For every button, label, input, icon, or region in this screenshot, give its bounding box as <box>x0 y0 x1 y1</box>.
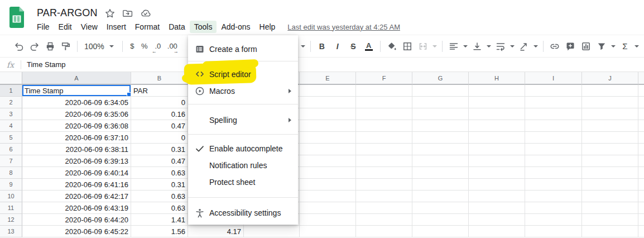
cell-D13[interactable] <box>244 226 300 237</box>
paint-format-icon[interactable] <box>59 40 73 53</box>
cell-K4[interactable] <box>638 120 644 132</box>
row-header-12[interactable]: 12 <box>0 214 22 226</box>
column-header-E[interactable]: E <box>300 72 356 85</box>
cell-K10[interactable] <box>638 191 644 202</box>
cell-A4[interactable]: 2020-06-09 6:36:08 <box>22 120 131 132</box>
cell-B1[interactable]: PAR <box>131 85 188 97</box>
print-icon[interactable] <box>44 40 57 53</box>
cell-G12[interactable] <box>412 214 469 226</box>
menu-item-macros[interactable]: Macros <box>188 83 298 99</box>
cell-A5[interactable]: 2020-06-09 6:37:10 <box>22 132 131 144</box>
cell-J8[interactable] <box>582 167 638 179</box>
cell-J5[interactable] <box>582 132 638 144</box>
row-header-9[interactable]: 9 <box>0 179 22 191</box>
zoom-select[interactable]: 100% <box>84 42 116 51</box>
cell-F6[interactable] <box>356 144 412 155</box>
cell-A13[interactable]: 2020-06-09 6:45:22 <box>22 226 131 237</box>
cell-K9[interactable] <box>638 179 644 191</box>
cell-E5[interactable] <box>300 132 356 144</box>
cell-F13[interactable] <box>356 226 412 237</box>
menubar-item-help[interactable]: Help <box>255 21 280 33</box>
star-icon[interactable] <box>104 8 116 19</box>
cell-B13[interactable]: 1.56 <box>131 226 188 237</box>
cell-G1[interactable] <box>412 85 469 97</box>
cell-I9[interactable] <box>525 179 582 191</box>
insert-link-icon[interactable] <box>548 40 561 53</box>
document-title[interactable]: PAR-ARGON <box>37 7 98 19</box>
cell-I11[interactable] <box>525 202 582 214</box>
redo-icon[interactable] <box>28 40 41 53</box>
cell-A1[interactable]: Time Stamp <box>22 85 131 97</box>
cell-E8[interactable] <box>300 167 356 179</box>
cell-H8[interactable] <box>469 167 525 179</box>
move-folder-icon[interactable] <box>122 8 133 19</box>
cell-A6[interactable]: 2020-06-09 6:38:11 <box>22 144 131 155</box>
cell-H11[interactable] <box>469 202 525 214</box>
cell-A8[interactable]: 2020-06-09 6:40:14 <box>22 167 131 179</box>
cell-E10[interactable] <box>300 191 356 202</box>
menu-item-script-editor[interactable]: Script editor <box>188 66 298 83</box>
cell-J3[interactable] <box>582 108 638 120</box>
cell-B3[interactable]: 0.16 <box>131 108 188 120</box>
undo-icon[interactable] <box>12 40 26 53</box>
valign-chevron-icon[interactable] <box>487 45 491 47</box>
row-header-5[interactable]: 5 <box>0 132 22 144</box>
column-header-H[interactable]: H <box>469 72 525 85</box>
column-header-A[interactable]: A <box>22 72 131 85</box>
cell-A3[interactable]: 2020-06-09 6:35:06 <box>22 108 131 120</box>
cell-A10[interactable]: 2020-06-09 6:42:17 <box>22 191 131 202</box>
cell-J12[interactable] <box>582 214 638 226</box>
cell-E12[interactable] <box>300 214 356 226</box>
cell-E13[interactable] <box>300 226 356 237</box>
cell-J7[interactable] <box>582 155 638 167</box>
cell-I10[interactable] <box>525 191 582 202</box>
bold-button[interactable]: B <box>315 40 329 53</box>
cell-K7[interactable] <box>638 155 644 167</box>
cell-G3[interactable] <box>412 108 469 120</box>
menubar-item-data[interactable]: Data <box>164 21 190 33</box>
cell-I8[interactable] <box>525 167 582 179</box>
cell-B7[interactable]: 0.47 <box>131 155 188 167</box>
text-rotation-icon[interactable] <box>517 40 531 53</box>
cell-F12[interactable] <box>356 214 412 226</box>
cell-E4[interactable] <box>300 120 356 132</box>
cell-G8[interactable] <box>412 167 469 179</box>
cell-J1[interactable] <box>582 85 638 97</box>
column-header-F[interactable]: F <box>356 72 412 85</box>
menu-item-create-a-form[interactable]: Create a form <box>188 41 298 58</box>
cell-H2[interactable] <box>469 97 525 108</box>
menu-item-notification-rules[interactable]: Notification rules <box>188 157 298 174</box>
cell-K2[interactable] <box>638 97 644 108</box>
cell-K6[interactable] <box>638 144 644 155</box>
last-edit-link[interactable]: Last edit was yesterday at 4:25 AM <box>287 23 400 31</box>
cell-F2[interactable] <box>356 97 412 108</box>
menu-item-spelling[interactable]: Spelling <box>188 112 298 128</box>
cell-B11[interactable]: 0.63 <box>131 202 188 214</box>
vertical-align-icon[interactable] <box>470 40 484 53</box>
cell-G13[interactable] <box>412 226 469 237</box>
strikethrough-button[interactable]: S <box>347 40 360 53</box>
cell-G6[interactable] <box>412 144 469 155</box>
cell-B8[interactable]: 0.63 <box>131 167 188 179</box>
select-all-corner[interactable] <box>0 72 22 85</box>
cell-B5[interactable]: 0 <box>131 132 188 144</box>
row-header-8[interactable]: 8 <box>0 167 22 179</box>
functions-chevron-icon[interactable] <box>635 45 639 47</box>
cell-F1[interactable] <box>356 85 412 97</box>
cell-A9[interactable]: 2020-06-09 6:41:16 <box>22 179 131 191</box>
cell-H13[interactable] <box>469 226 525 237</box>
filter-icon[interactable] <box>595 40 608 53</box>
font-size-chevron-icon[interactable] <box>301 45 305 47</box>
functions-button[interactable]: Σ <box>618 40 632 53</box>
row-header-4[interactable]: 4 <box>0 120 22 132</box>
cell-F11[interactable] <box>356 202 412 214</box>
cell-E3[interactable] <box>300 108 356 120</box>
row-header-13[interactable]: 13 <box>0 226 22 237</box>
cloud-saved-icon[interactable] <box>140 8 151 19</box>
menubar-item-file[interactable]: File <box>32 21 54 33</box>
cell-G2[interactable] <box>412 97 469 108</box>
row-header-1[interactable]: 1 <box>0 85 22 97</box>
decrease-decimal-button[interactable]: .0← <box>151 42 165 50</box>
column-header-G[interactable]: G <box>412 72 469 85</box>
column-header-K-partial[interactable] <box>638 72 644 85</box>
